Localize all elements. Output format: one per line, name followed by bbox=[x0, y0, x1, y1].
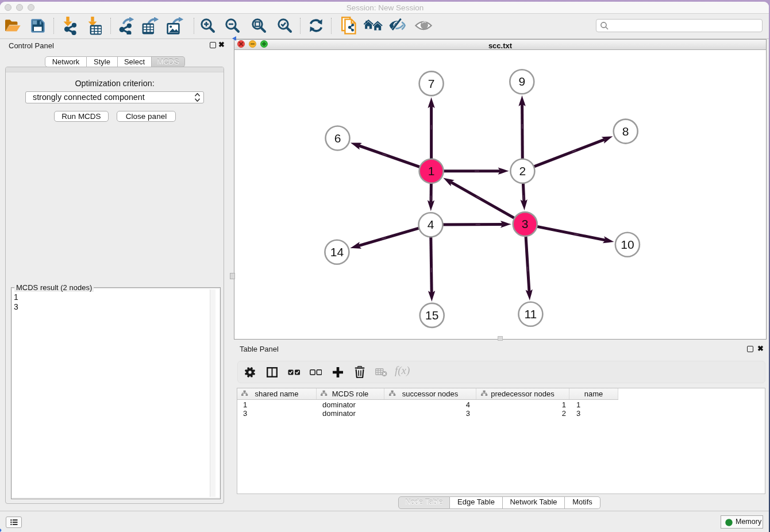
svg-text:1: 1 bbox=[428, 164, 435, 178]
svg-text:14: 14 bbox=[330, 245, 344, 259]
svg-text:11: 11 bbox=[524, 307, 537, 321]
svg-text:10: 10 bbox=[621, 238, 634, 251]
svg-text:15: 15 bbox=[425, 309, 438, 322]
svg-text:6: 6 bbox=[334, 132, 341, 145]
svg-text:8: 8 bbox=[622, 125, 629, 138]
svg-text:9: 9 bbox=[518, 75, 525, 88]
svg-text:2: 2 bbox=[519, 164, 526, 178]
svg-text:7: 7 bbox=[428, 77, 435, 90]
svg-text:3: 3 bbox=[522, 217, 529, 230]
svg-text:4: 4 bbox=[428, 218, 434, 231]
